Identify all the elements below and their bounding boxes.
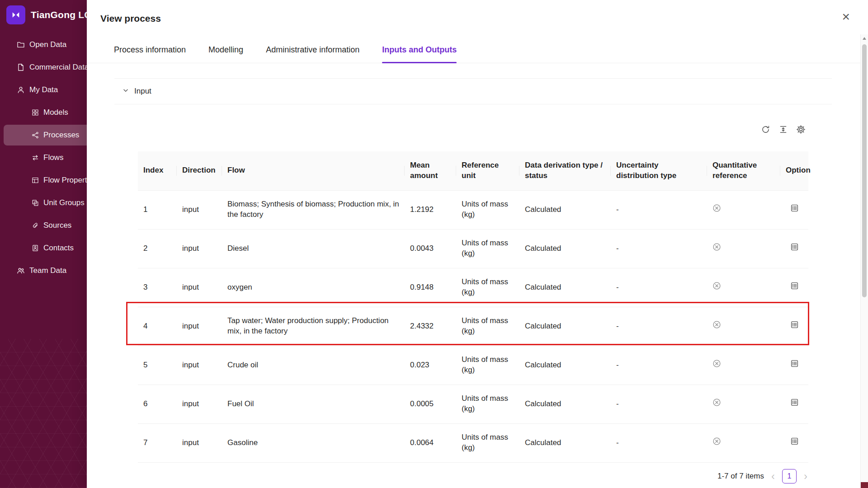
cell-uncertainty: - bbox=[611, 346, 707, 385]
col-header-mean-amount: Mean amount bbox=[405, 151, 456, 190]
col-header-index: Index bbox=[138, 151, 177, 190]
cell-mean-amount: 0.0064 bbox=[405, 423, 456, 462]
cell-direction: input bbox=[177, 229, 222, 268]
cell-flow: Gasoline bbox=[222, 423, 405, 462]
row-option-button[interactable] bbox=[780, 423, 808, 462]
cell-direction: input bbox=[177, 307, 222, 346]
cell-index: 6 bbox=[138, 385, 177, 423]
flow-properties-icon bbox=[32, 177, 39, 184]
refresh-icon[interactable] bbox=[761, 125, 770, 134]
close-icon[interactable]: × bbox=[842, 10, 850, 23]
processes-icon bbox=[32, 131, 39, 139]
cell-index: 1 bbox=[138, 190, 177, 229]
user-icon bbox=[17, 86, 25, 94]
app-logo-icon bbox=[6, 5, 25, 24]
row-option-button[interactable] bbox=[780, 307, 808, 346]
flows-icon bbox=[32, 154, 39, 161]
cell-flow: Fuel Oil bbox=[222, 385, 405, 423]
tab-administrative-information[interactable]: Administrative information bbox=[266, 37, 359, 63]
close-circle-icon bbox=[707, 190, 780, 229]
row-option-button[interactable] bbox=[780, 385, 808, 423]
cell-uncertainty: - bbox=[611, 229, 707, 268]
close-circle-icon bbox=[707, 229, 780, 268]
table-row: 2 input Diesel 0.0043 Units of mass (kg)… bbox=[138, 229, 808, 268]
view-process-drawer: View process × Process information Model… bbox=[87, 0, 868, 488]
cell-direction: input bbox=[177, 385, 222, 423]
row-option-button[interactable] bbox=[780, 346, 808, 385]
tab-modelling[interactable]: Modelling bbox=[208, 37, 243, 63]
screen: TianGong LCA Open Data Commercial Data M… bbox=[0, 0, 868, 488]
table-row: 5 input Crude oil 0.023 Units of mass (k… bbox=[138, 346, 808, 385]
cell-direction: input bbox=[177, 346, 222, 385]
drawer-content: Input bbox=[87, 63, 868, 483]
models-icon bbox=[32, 109, 39, 116]
cell-uncertainty: - bbox=[611, 268, 707, 307]
cell-mean-amount: 2.4332 bbox=[405, 307, 456, 346]
sidebar-item-label: Team Data bbox=[29, 266, 66, 275]
table-area: Index Direction Flow Mean amount Referen… bbox=[114, 123, 832, 483]
cell-reference-unit: Units of mass (kg) bbox=[456, 385, 519, 423]
cell-reference-unit: Units of mass (kg) bbox=[456, 268, 519, 307]
scrollbar-up-arrow[interactable] bbox=[863, 37, 866, 40]
sidebar-item-label: Flows bbox=[43, 153, 63, 162]
table-row: 7 input Gasoline 0.0064 Units of mass (k… bbox=[138, 423, 808, 462]
col-header-uncertainty: Uncertainty distribution type bbox=[611, 151, 707, 190]
row-option-button[interactable] bbox=[780, 190, 808, 229]
cell-data-derivation: Calculated bbox=[519, 385, 611, 423]
row-option-button[interactable] bbox=[780, 268, 808, 307]
close-circle-icon bbox=[707, 268, 780, 307]
cell-mean-amount: 0.0005 bbox=[405, 385, 456, 423]
col-header-data-derivation: Data derivation type / status bbox=[519, 151, 611, 190]
cell-flow: Tap water; Water production supply; Prod… bbox=[222, 307, 405, 346]
sidebar-item-label: Sources bbox=[43, 221, 71, 230]
close-circle-icon bbox=[707, 307, 780, 346]
pagination: 1-7 of 7 items ‹ 1 › bbox=[138, 469, 808, 483]
table-row: 3 input oxygen 0.9148 Units of mass (kg)… bbox=[138, 268, 808, 307]
table-row-highlighted: 4 input Tap water; Water production supp… bbox=[138, 307, 808, 346]
cell-flow: oxygen bbox=[222, 268, 405, 307]
sidebar-item-label: Commercial Data bbox=[29, 63, 89, 72]
close-circle-icon bbox=[707, 423, 780, 462]
close-circle-icon bbox=[707, 346, 780, 385]
drawer-title: View process bbox=[100, 13, 161, 24]
cell-reference-unit: Units of mass (kg) bbox=[456, 346, 519, 385]
inputs-table: Index Direction Flow Mean amount Referen… bbox=[138, 151, 808, 463]
chevron-down-icon bbox=[123, 87, 129, 96]
cell-uncertainty: - bbox=[611, 385, 707, 423]
table-toolbar bbox=[138, 123, 808, 135]
cell-reference-unit: Units of mass (kg) bbox=[456, 190, 519, 229]
scrollbar-thumb[interactable] bbox=[862, 44, 867, 297]
table-row: 6 input Fuel Oil 0.0005 Units of mass (k… bbox=[138, 385, 808, 423]
cell-mean-amount: 0.0043 bbox=[405, 229, 456, 268]
document-icon bbox=[17, 63, 25, 71]
row-option-button[interactable] bbox=[780, 229, 808, 268]
sources-icon bbox=[32, 222, 39, 229]
tab-inputs-and-outputs[interactable]: Inputs and Outputs bbox=[382, 37, 457, 63]
folder-icon bbox=[17, 41, 25, 49]
input-section-header[interactable]: Input bbox=[114, 78, 832, 104]
settings-gear-icon[interactable] bbox=[796, 125, 806, 134]
col-header-quantitative-reference: Quantitative reference bbox=[707, 151, 780, 190]
contacts-icon bbox=[32, 244, 39, 252]
cell-index: 7 bbox=[138, 423, 177, 462]
team-icon bbox=[17, 267, 25, 275]
close-circle-icon bbox=[707, 385, 780, 423]
pagination-next-icon[interactable]: › bbox=[804, 471, 807, 482]
cell-flow: Biomass; Synthesis of biomass; Productio… bbox=[222, 190, 405, 229]
input-section-label: Input bbox=[134, 87, 151, 96]
unit-groups-icon bbox=[32, 199, 39, 206]
cell-index: 2 bbox=[138, 229, 177, 268]
pagination-page-1[interactable]: 1 bbox=[782, 469, 797, 483]
cell-direction: input bbox=[177, 268, 222, 307]
cell-index: 5 bbox=[138, 346, 177, 385]
tab-process-information[interactable]: Process information bbox=[114, 37, 186, 63]
cell-flow: Diesel bbox=[222, 229, 405, 268]
pagination-prev-icon[interactable]: ‹ bbox=[771, 471, 775, 482]
cell-data-derivation: Calculated bbox=[519, 190, 611, 229]
pagination-summary: 1-7 of 7 items bbox=[717, 472, 764, 481]
cell-data-derivation: Calculated bbox=[519, 307, 611, 346]
col-header-option: Option bbox=[780, 151, 808, 190]
column-height-icon[interactable] bbox=[778, 125, 788, 134]
sidebar-item-label: Processes bbox=[43, 131, 79, 140]
scrollbar-track bbox=[860, 34, 868, 488]
